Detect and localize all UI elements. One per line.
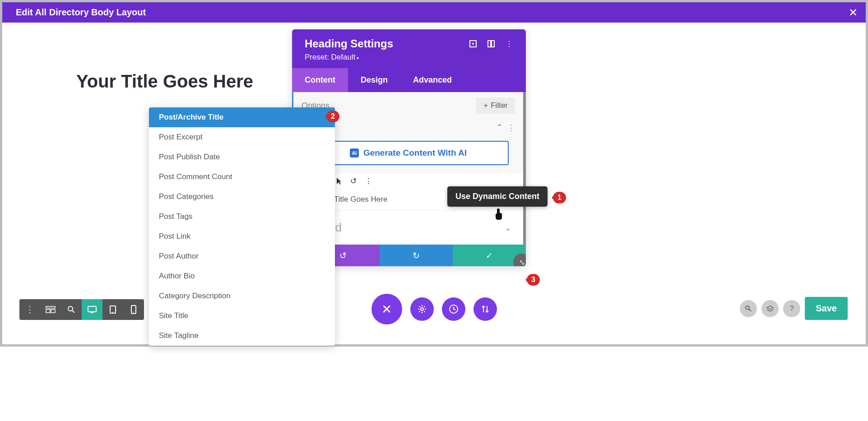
dropdown-item-post-tags[interactable]: Post Tags [149,207,335,227]
svg-rect-3 [492,41,494,47]
tab-design[interactable]: Design [348,68,400,92]
dropdown-item-post-publish-date[interactable]: Post Publish Date [149,147,335,167]
expand-icon[interactable] [469,40,477,48]
tab-advanced[interactable]: Advanced [400,68,464,92]
more-icon[interactable]: ⋮ [365,176,372,186]
generate-ai-button[interactable]: AI Generate Content With AI [308,141,509,165]
svg-line-11 [72,310,74,313]
dropdown-item-category-description[interactable]: Category Description [149,286,335,306]
annotation-badge-3: 3 [527,274,540,286]
view-toolbar: ⋮ [19,299,144,320]
svg-point-1 [472,43,474,45]
dropdown-item-post-author[interactable]: Post Author [149,246,335,266]
svg-rect-7 [46,306,55,308]
canvas: Your Title Goes Here Heading Settings ⋮ [2,23,866,344]
help-icon[interactable]: ? [783,300,800,317]
menu-dots-icon[interactable]: ⋮ [505,40,513,48]
top-bar: Edit All Directory Body Layout ✕ [2,2,866,23]
page-title: Edit All Directory Body Layout [16,7,146,18]
bottom-actions: ✕ [371,294,497,324]
wireframe-icon[interactable] [40,299,61,320]
cursor-icon[interactable] [336,177,342,185]
tab-content[interactable]: Content [292,68,348,92]
zoom-icon[interactable] [61,299,82,320]
panel-header: Heading Settings ⋮ Preset: Default [292,29,526,68]
close-button[interactable]: ✕ [849,6,858,19]
tablet-icon[interactable] [102,299,123,320]
svg-point-17 [133,312,134,313]
svg-rect-8 [46,310,50,313]
dropdown-item-site-tagline[interactable]: Site Tagline [149,326,335,346]
layers-icon[interactable] [761,300,779,317]
filter-button[interactable]: + Filter [476,97,515,114]
reset-icon[interactable]: ↺ [350,176,357,186]
svg-point-15 [112,312,113,313]
dropdown-item-author-bio[interactable]: Author Bio [149,266,335,286]
search-icon[interactable] [740,300,757,317]
dropdown-item-post-excerpt[interactable]: Post Excerpt [149,127,335,147]
redo-button[interactable]: ↻ [380,245,453,266]
panel-title: Heading Settings [305,37,393,50]
dropdown-item-post-comment-count[interactable]: Post Comment Count [149,167,335,187]
annotation-badge-1: 1 [553,192,566,204]
panel-tabs: Content Design Advanced [292,68,526,92]
dropdown-item-post-categories[interactable]: Post Categories [149,187,335,207]
settings-button[interactable] [410,297,434,321]
svg-point-18 [421,308,423,310]
svg-point-20 [746,306,749,310]
section-menu-icon[interactable]: ⋮ [507,123,515,133]
dynamic-content-dropdown: Post/Archive Title Post Excerpt Post Pub… [149,107,335,346]
bottom-right-actions: ? Save [740,297,848,320]
ai-icon: AI [350,148,359,157]
columns-icon[interactable] [487,40,495,48]
tooltip: Use Dynamic Content [447,186,548,207]
dropdown-item-post-link[interactable]: Post Link [149,227,335,246]
preset-selector[interactable]: Preset: Default [305,53,513,62]
chevron-down-icon: ⌄ [505,223,511,233]
save-button[interactable]: Save [805,297,848,320]
dropdown-item-site-title[interactable]: Site Title [149,306,335,326]
title-input[interactable]: Title Goes Here [334,195,387,204]
svg-rect-2 [488,41,491,47]
desktop-icon[interactable] [82,299,102,320]
svg-rect-12 [88,306,96,312]
plus-icon: + [483,101,488,110]
heading-preview[interactable]: Your Title Goes Here [76,71,253,92]
svg-rect-9 [51,310,55,313]
collapse-icon[interactable]: ⌃ [497,123,502,133]
svg-line-21 [749,309,751,311]
annotation-badge-2: 2 [326,111,339,122]
close-editor-button[interactable]: ✕ [371,294,402,324]
toolbar-menu-icon[interactable]: ⋮ [19,299,40,320]
svg-point-10 [68,306,73,311]
phone-icon[interactable] [123,299,144,320]
dropdown-item-post-archive-title[interactable]: Post/Archive Title [149,107,335,127]
swap-button[interactable] [473,297,497,321]
history-button[interactable] [442,297,465,321]
